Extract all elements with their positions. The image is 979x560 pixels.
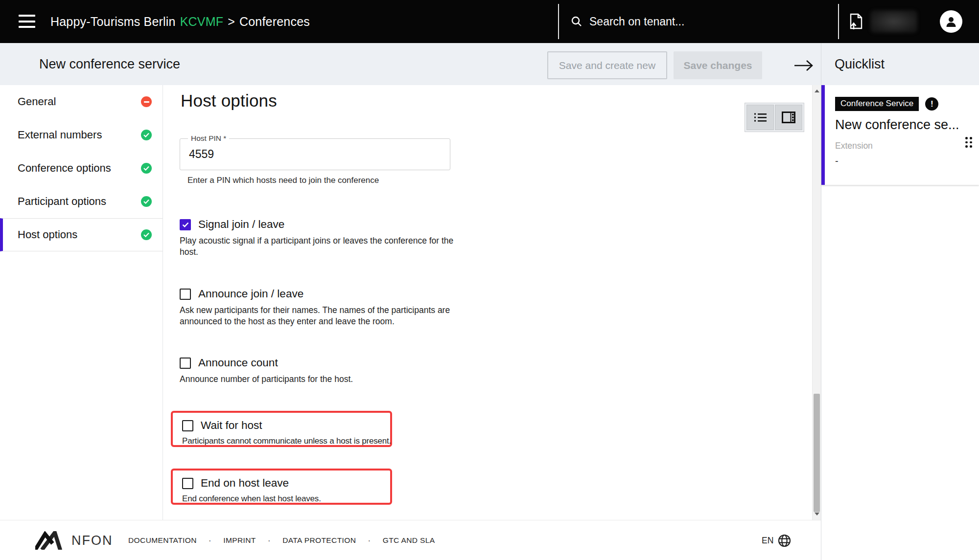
signal-join-leave-checkbox[interactable] (180, 219, 191, 230)
host-pin-helper-text: Enter a PIN which hosts need to join the… (187, 176, 379, 185)
highlight-box-wait-for-host: Wait for host Participants cannot commun… (171, 411, 392, 447)
top-bar: Happy-Tourisms Berlin KCVMF > Conference… (0, 0, 979, 43)
sidebar-item-label: Participant options (18, 195, 106, 208)
announce-join-leave-checkbox[interactable] (180, 289, 191, 300)
status-ok-icon (141, 196, 152, 207)
sidebar-item-external-numbers[interactable]: External numbers (0, 118, 163, 152)
option-label: Announce join / leave (198, 288, 303, 300)
breadcrumb-separator: > (228, 15, 235, 29)
option-head[interactable]: End on host leave (182, 477, 383, 490)
view-toggle (745, 103, 804, 132)
option-label: Announce count (198, 357, 278, 369)
footer: NFON DOCUMENTATION · IMPRINT · DATA PROT… (0, 520, 821, 560)
footer-link-imprint[interactable]: IMPRINT (223, 536, 256, 545)
person-icon (944, 15, 958, 28)
breadcrumb-tenant: Happy-Tourisms Berlin (50, 15, 176, 29)
breadcrumb-tenant-code: KCVMF (180, 15, 224, 29)
footer-links: DOCUMENTATION · IMPRINT · DATA PROTECTIO… (128, 520, 435, 560)
user-avatar-button[interactable] (940, 10, 962, 33)
host-pin-field: Host PIN * (180, 138, 450, 170)
footer-link-separator: · (368, 536, 371, 546)
option-label: Signal join / leave (198, 218, 284, 231)
page-upload-icon[interactable] (849, 13, 863, 33)
nfon-logo-icon (35, 531, 67, 550)
option-description: End conference when last host leaves. (182, 493, 383, 504)
list-icon (754, 112, 767, 123)
wait-for-host-checkbox[interactable] (182, 420, 193, 431)
footer-link-data-protection[interactable]: DATA PROTECTION (282, 536, 356, 545)
forward-arrow-button[interactable] (790, 55, 817, 76)
status-error-icon (141, 96, 152, 107)
search-input[interactable] (589, 15, 800, 28)
hamburger-menu-icon[interactable] (19, 15, 35, 28)
sidebar-item-label: Host options (18, 228, 77, 241)
drawer-toolbar: New conference service Save and create n… (0, 43, 979, 85)
footer-link-gtc-and-sla[interactable]: GTC AND SLA (383, 536, 435, 545)
settings-nav: General External numbers Conference opti… (0, 85, 163, 520)
option-label: End on host leave (201, 477, 289, 490)
status-ok-icon (141, 163, 152, 174)
option-description: Play acoustic signal if a participant jo… (180, 235, 455, 258)
option-announce-count: Announce count Announce number of partic… (180, 357, 353, 385)
option-head[interactable]: Wait for host (182, 419, 383, 432)
brand: NFON (35, 520, 113, 560)
save-and-create-new-button[interactable]: Save and create new (547, 51, 667, 79)
host-pin-input[interactable] (189, 142, 439, 166)
option-description: Announce number of participants for the … (180, 374, 353, 385)
language-selector[interactable]: EN (762, 520, 791, 560)
topbar-divider-2 (838, 4, 839, 39)
footer-link-documentation[interactable]: DOCUMENTATION (128, 536, 197, 545)
option-description: Ask new participants for their names. Th… (180, 305, 455, 327)
sidebar-item-label: Conference options (18, 162, 111, 175)
main-scrollbar[interactable] (812, 85, 821, 520)
page-title: Host options (181, 91, 277, 111)
breadcrumb-section: Conferences (239, 15, 310, 29)
sidebar-item-general[interactable]: General (0, 85, 163, 118)
option-head[interactable]: Signal join / leave (180, 218, 455, 231)
card-field-label: Extension (835, 141, 971, 151)
breadcrumb[interactable]: Happy-Tourisms Berlin KCVMF > Conference… (50, 0, 310, 43)
quicklist-card: Conference Service! New conference se...… (821, 85, 979, 185)
end-on-host-leave-checkbox[interactable] (182, 478, 193, 489)
save-changes-button[interactable]: Save changes (674, 51, 762, 79)
drawer-title: New conference service (39, 43, 180, 85)
footer-link-separator: · (209, 536, 211, 546)
option-signal-join-leave: Signal join / leave Play acoustic signal… (180, 218, 455, 258)
redacted-username (870, 10, 917, 33)
option-description: Participants cannot communicate unless a… (182, 435, 383, 447)
option-head[interactable]: Announce count (180, 357, 353, 369)
status-ok-icon (141, 229, 152, 240)
sidebar-item-participant-options[interactable]: Participant options (0, 185, 163, 218)
sidebar-item-host-options[interactable]: Host options (0, 218, 163, 251)
brand-name: NFON (71, 533, 113, 548)
app-root: Happy-Tourisms Berlin KCVMF > Conference… (0, 0, 979, 560)
option-label: Wait for host (201, 419, 262, 432)
card-title: New conference se... (835, 117, 971, 133)
footer-link-separator: · (268, 536, 271, 546)
option-announce-join-leave: Announce join / leave Ask new participan… (180, 288, 455, 327)
drag-handle-icon[interactable] (965, 137, 972, 148)
option-head[interactable]: Announce join / leave (180, 288, 455, 300)
language-code: EN (762, 536, 773, 546)
detail-view-button[interactable] (775, 105, 802, 130)
card-field-value: - (835, 156, 971, 167)
list-view-button[interactable] (746, 105, 774, 130)
globe-icon (778, 534, 791, 547)
card-type-badge: Conference Service (835, 97, 919, 111)
alert-icon: ! (925, 97, 938, 111)
highlight-box-end-on-host-leave: End on host leave End conference when la… (171, 469, 392, 505)
arrow-right-icon (793, 59, 814, 72)
sidebar-item-conference-options[interactable]: Conference options (0, 152, 163, 185)
topbar-divider (558, 4, 559, 39)
detail-panel-icon (782, 112, 795, 123)
scrollbar-up-arrow[interactable] (815, 90, 819, 92)
scrollbar-thumb[interactable] (814, 394, 820, 512)
sidebar-item-label: General (18, 95, 56, 108)
sidebar-item-label: External numbers (18, 129, 102, 141)
search-icon (571, 16, 583, 27)
announce-count-checkbox[interactable] (180, 358, 191, 369)
status-ok-icon (141, 130, 152, 140)
tenant-search (571, 0, 800, 43)
quicklist-title: Quicklist (835, 43, 885, 85)
scrollbar-down-arrow[interactable] (815, 513, 819, 515)
